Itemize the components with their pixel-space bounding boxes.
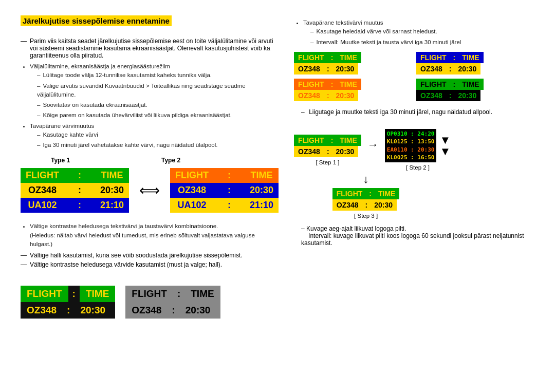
t2-r2-flight: UA102 [170,198,214,213]
t1-r1-time: 20:30 [95,183,129,198]
t1-r1-flight: OZ348 [21,183,64,198]
color-grid: FLIGHT : TIME OZ348 : 20:30 FLIGHT : TIM… [294,52,534,101]
step2-content: OP0310 : 24:20 KL0125 : 13:50 EA0110 : 2… [385,129,451,163]
intro-text: Parim viis kaitsta seadet järelkujutise … [30,38,279,59]
t2-r1-colon: : [214,183,245,198]
v4-row: OZ348 : 20:30 [416,90,534,101]
black-h-flight: FLIGHT [21,286,68,302]
section-title: Järelkujutise sissepõlemise ennetamine [21,15,279,31]
t2-r2-time: 21:10 [245,198,279,213]
mini-display-v1: FLIGHT : TIME OZ348 : 20:30 [294,52,412,74]
step1-display: FLIGHT : TIME OZ348 : 20:30 [294,135,361,157]
step-arrow-down-icon: ↓ [325,173,407,186]
page-content: Järelkujutise sissepõlemise ennetamine P… [21,15,534,319]
v1-row: OZ348 : 20:30 [294,63,412,74]
sub-item-1: Lülitage toode välja 12-tunnilise kasuta… [37,71,279,80]
notes-list: Vältige kontrastse heledusega tekstivärv… [21,222,279,249]
v4-r-time: 20:30 [454,90,481,101]
right-sub-1: Kasutage heledaid värve või sarnast hele… [310,27,534,36]
type-tables: FLIGHT : TIME OZ348 : 20:30 UA102 : 21:1… [21,168,279,213]
step3-h-time: TIME [374,188,399,199]
t1-r2-time: 21:10 [95,198,129,213]
logo-note2: Intervall: kuvage liikuvat pilti koos lo… [301,232,524,247]
v3-h-colon: : [328,79,336,90]
v4-h-flight: FLIGHT [416,79,451,90]
right-sub-2: Intervall: Muutke teksti ja tausta värvi… [310,38,534,47]
step-note-wrapper: – Liigutage ja muutke teksti iga 30 minu… [294,108,534,116]
v1-h-time: TIME [336,52,361,63]
gray-r-time: 20:30 [179,302,217,319]
black-r-flight: OZ348 [21,302,63,319]
gray-r-colon: : [168,302,179,319]
v3-header: FLIGHT : TIME [294,79,412,90]
v2-r-colon: : [447,63,454,74]
gray-row: OZ348 : 20:30 [125,302,220,319]
step2-display: OP0310 : 24:20 KL0125 : 13:50 EA0110 : 2… [385,129,437,163]
t1-h-time: TIME [95,168,129,183]
step3-h-flight: FLIGHT [332,188,367,199]
bottom-displays: FLIGHT : TIME OZ348 : 20:30 FLIGHT : TIM… [21,286,279,319]
gray-h-time: TIME [184,286,220,302]
sub-list-2: Kasutage kahte värvi Iga 30 minuti järel… [30,130,279,150]
v3-row: OZ348 : 20:30 [294,90,412,101]
type1-table: FLIGHT : TIME OZ348 : 20:30 UA102 : 21:1… [21,168,129,213]
black-header: FLIGHT : TIME [21,286,115,302]
sub-list-1: Lülitage toode välja 12-tunnilise kasuta… [30,71,279,120]
t2-r2-colon: : [214,198,245,213]
v3-h-time: TIME [336,79,361,90]
sub-color-1: Kasutage kahte värvi [37,130,279,139]
step1-r-colon: : [324,146,332,157]
step1-h-colon: : [328,135,336,146]
gray-header: FLIGHT : TIME [125,286,220,302]
type1-header-row: FLIGHT : TIME [21,168,129,183]
v4-r-flight: OZ348 [416,90,447,101]
step3-row: OZ348 : 20:30 [332,199,400,211]
bullet-item-2: Tavapärane värvimuutus Kasutage kahte vä… [30,122,279,150]
black-h-time: TIME [80,286,115,302]
step1-r-time: 20:30 [332,146,359,157]
v2-header: FLIGHT : TIME [416,52,534,63]
step-note: – Liigutage ja muutke teksti iga 30 minu… [294,108,534,116]
type2-label: Type 2 [131,157,211,164]
step3-block: FLIGHT : TIME OZ348 : 20:30 [ Step 3 ] [325,188,407,219]
mini-display-v2: FLIGHT : TIME OZ348 : 20:30 [416,52,534,74]
step1-block: FLIGHT : TIME OZ348 : 20:30 [ Step 1 ] [294,135,361,165]
v4-h-colon: : [451,79,458,90]
sub-item-2: Valige arvutis suvandid Kuvaatribuudid >… [37,82,279,100]
logo-note: Kuvage aeg-ajalt liikuvat logoga pilti. [306,225,406,232]
step1-label: [ Step 1 ] [316,159,339,165]
v3-h-flight: FLIGHT [294,79,328,90]
v1-r-time: 20:30 [332,63,359,74]
v3-r-flight: OZ348 [294,90,324,101]
black-row: OZ348 : 20:30 [21,302,115,319]
type1-label: Type 1 [21,157,100,164]
type2-table: FLIGHT : TIME OZ348 : 20:30 UA102 : 21:1… [170,168,279,213]
v1-header: FLIGHT : TIME [294,52,412,63]
t2-r1-flight: OZ348 [170,183,214,198]
type2-row1: OZ348 : 20:30 [170,183,279,198]
type-row: Type 1 Type 2 [21,157,279,164]
step1-header: FLIGHT : TIME [294,135,361,146]
t1-h-colon: : [64,168,95,183]
step3-header: FLIGHT : TIME [332,188,400,199]
step2-row4: KL0025 : 16:50 [387,154,435,161]
t2-h-colon: : [214,168,245,183]
intro-note: Parim viis kaitsta seadet järelkujutise … [21,38,279,59]
sub-color-2: Iga 30 minuti järel vahetatakse kahte vä… [37,141,279,150]
bullet-item-1: Väljalülitamine, ekraanisäästja ja energ… [30,62,279,120]
step3-display: FLIGHT : TIME OZ348 : 20:30 [332,188,400,211]
v4-h-time: TIME [458,79,483,90]
step2-block: OP0310 : 24:20 KL0125 : 13:50 EA0110 : 2… [385,129,451,171]
step2-label: [ Step 2 ] [406,164,430,171]
t2-h-time: TIME [245,168,279,183]
scroll-arrows-icon: ▼ ▼ [439,135,451,157]
step1-row: OZ348 : 20:30 [294,146,361,157]
flight-display-gray: FLIGHT : TIME OZ348 : 20:30 [125,286,220,319]
type1-row2: UA102 : 21:10 [21,198,129,213]
right-column: Tavapärane tekstivärvi muutus Kasutage h… [294,15,534,319]
v2-r-time: 20:30 [454,63,481,74]
black-h-colon: : [68,286,80,302]
step2-row2: KL0125 : 13:50 [387,138,435,145]
v1-h-flight: FLIGHT [294,52,328,63]
v2-r-flight: OZ348 [416,63,447,74]
